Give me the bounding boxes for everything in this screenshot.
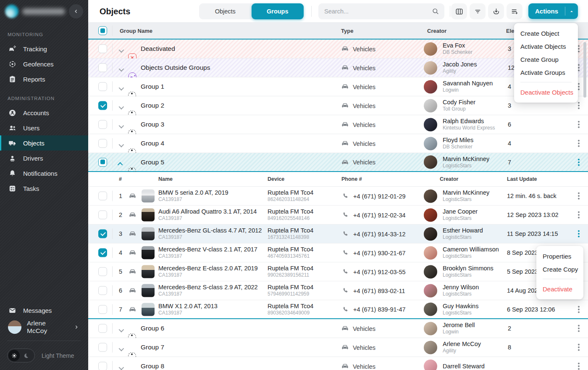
group-row[interactable]: Group 4 Vehicles Floyd Miles DB Schenker…	[88, 134, 588, 153]
row-checkbox[interactable]	[98, 343, 107, 352]
expand-chevron[interactable]	[119, 85, 124, 91]
row-checkbox[interactable]	[98, 139, 107, 148]
row-kebab-button[interactable]	[575, 228, 582, 240]
expand-chevron[interactable]	[119, 123, 124, 129]
moon-icon[interactable]	[23, 352, 29, 359]
row-kebab-button[interactable]	[575, 360, 582, 370]
row-kebab-button[interactable]	[575, 190, 582, 202]
sidebar-nav-item[interactable]: Drivers	[0, 151, 88, 166]
row-kebab-button[interactable]	[575, 119, 582, 130]
sidebar-nav-item[interactable]: Geofences	[0, 56, 88, 71]
search-input[interactable]	[324, 3, 429, 19]
sidebar-nav-item[interactable]: Tracking	[0, 41, 88, 56]
nav-item-label: Notifications	[23, 170, 58, 177]
row-kebab-button[interactable]	[575, 322, 582, 334]
row-checkbox[interactable]	[98, 158, 107, 166]
row-checkbox[interactable]	[98, 362, 107, 370]
vehicle-row[interactable]: 7 BMW X1 2.0 AT, 2013 CA139187 Ruptela F…	[88, 300, 588, 319]
context-menu-item[interactable]: Deactivate	[536, 283, 583, 296]
group-row[interactable]: Group 1 Vehicles Savannah Nguyen Logwin …	[88, 77, 588, 96]
columns-button[interactable]	[451, 3, 467, 19]
groups-rows-bottom: Group 6 Vehicles Jerome Bell Logwin 2	[88, 319, 588, 370]
row-checkbox[interactable]	[98, 267, 107, 276]
group-row[interactable]: Group 8 Vehicles Darrell Steward	[88, 357, 588, 370]
row-context-menu: Properties Create Copy Deactivate	[536, 246, 583, 299]
row-checkbox[interactable]	[98, 305, 107, 314]
filter-button[interactable]	[470, 3, 486, 19]
sidebar-collapse-button[interactable]	[69, 4, 83, 18]
sidebar-nav-item[interactable]: Tasks	[0, 181, 88, 196]
sidebar-nav-item[interactable]: Reports	[0, 71, 88, 87]
theme-toggle[interactable]	[7, 349, 35, 362]
row-checkbox[interactable]	[98, 63, 107, 72]
view-tab[interactable]: Objects	[199, 3, 252, 19]
group-row[interactable]: Objects Outside Groups Vehicles Jacob Jo…	[88, 58, 588, 77]
actions-menu-item[interactable]: Activate Groups	[514, 66, 578, 79]
group-row[interactable]: Group 3 Vehicles Ralph Edwards Kintetsu …	[88, 115, 588, 134]
expand-chevron[interactable]	[119, 66, 124, 72]
sun-icon[interactable]	[8, 350, 20, 361]
group-name: Group 4	[141, 140, 164, 147]
sidebar-nav-item[interactable]: Users	[0, 120, 88, 135]
expand-chevron[interactable]	[119, 365, 124, 370]
row-kebab-button[interactable]	[575, 341, 582, 353]
row-kebab-button[interactable]	[575, 137, 582, 149]
row-checkbox[interactable]	[98, 82, 107, 91]
caret-up-icon[interactable]	[565, 8, 578, 14]
row-checkbox[interactable]	[98, 230, 107, 238]
expand-chevron[interactable]	[119, 142, 124, 148]
add-to-list-button[interactable]	[507, 3, 522, 19]
row-checkbox[interactable]	[98, 248, 107, 257]
search-icon[interactable]	[431, 7, 440, 16]
expand-chevron[interactable]	[119, 48, 124, 53]
row-checkbox[interactable]	[98, 120, 107, 129]
sidebar-nav-item[interactable]: Accounts	[0, 105, 88, 120]
sidebar-nav-item[interactable]: Notifications	[0, 166, 88, 181]
row-checkbox[interactable]	[98, 45, 107, 53]
expand-chevron[interactable]	[119, 104, 124, 110]
row-kebab-button[interactable]	[575, 156, 582, 168]
row-kebab-button[interactable]	[575, 209, 582, 221]
vehicle-row[interactable]: 1 BMW 5 seria 2.0 AT, 2019 CA139187 Rupt…	[88, 187, 588, 206]
actions-menu-item[interactable]: Deactivate Objects	[514, 86, 578, 99]
row-divider	[112, 191, 113, 201]
vehicle-plate: CA139187	[158, 215, 257, 222]
actions-button[interactable]: Actions	[528, 3, 578, 19]
actions-menu-item[interactable]: Create Group	[514, 53, 578, 66]
actions-menu-item[interactable]: Create Object	[514, 27, 578, 40]
user-menu[interactable]: Arlene McCoy	[0, 318, 88, 336]
device-id: 990262389156211	[268, 272, 313, 279]
sidebar-item-messages[interactable]: Messages	[0, 303, 88, 318]
group-row[interactable]: Group 7 Vehicles Arlene McCoy Agility 8	[88, 338, 588, 357]
vertical-scrollbar[interactable]	[583, 42, 586, 98]
row-checkbox[interactable]	[98, 192, 107, 201]
expand-chevron[interactable]	[118, 162, 123, 167]
row-checkbox[interactable]	[98, 101, 107, 110]
view-tab[interactable]: Groups	[252, 3, 304, 19]
expand-chevron[interactable]	[119, 346, 124, 352]
row-checkbox[interactable]	[98, 286, 107, 295]
row-checkbox[interactable]	[98, 211, 107, 219]
creator-avatar	[424, 359, 437, 370]
actions-menu-item[interactable]: Activate Objects	[514, 40, 578, 53]
row-checkbox[interactable]	[98, 324, 107, 333]
group-row[interactable]: Deactivated Vehicles Eva Fox DB Schenker…	[88, 40, 588, 58]
download-button[interactable]	[488, 3, 504, 19]
row-kebab-button[interactable]	[575, 304, 582, 315]
context-menu-item[interactable]: Create Copy	[536, 263, 583, 276]
elements-count: 12	[508, 64, 514, 71]
context-menu-item[interactable]: Properties	[536, 250, 583, 263]
group-row[interactable]: Group 6 Vehicles Jerome Bell Logwin 2	[88, 319, 588, 338]
vehicle-row[interactable]: 4 Mercedes-Benz V-class 2.1 AT, 2017 CA1…	[88, 243, 588, 262]
group-row[interactable]: Group 5 Vehicles Marvin McKinney Logisti…	[88, 153, 588, 172]
expand-chevron[interactable]	[119, 327, 124, 333]
vehicle-row[interactable]: 3 Mercedes-Benz GL-class 4.7 AT, 2012 CA…	[88, 225, 588, 243]
vehicle-thumbnail	[142, 246, 155, 259]
group-row[interactable]: Group 2 Vehicles Cody Fisher Toll Group …	[88, 96, 588, 115]
type-label: Vehicles	[353, 64, 375, 71]
vehicle-row[interactable]: 2 Audi A6 Allroad Quattro 3.1 AT, 2014 C…	[88, 206, 588, 225]
vehicle-row[interactable]: 5 Mercedes-Benz E-class 2.0 AT, 2019 CA1…	[88, 262, 588, 281]
vehicle-row[interactable]: 6 Mercedes-Benz S-class 2.9 AT, 2022 CA1…	[88, 281, 588, 300]
select-all-checkbox[interactable]	[98, 26, 107, 35]
sidebar-nav-item[interactable]: Objects	[0, 135, 88, 151]
